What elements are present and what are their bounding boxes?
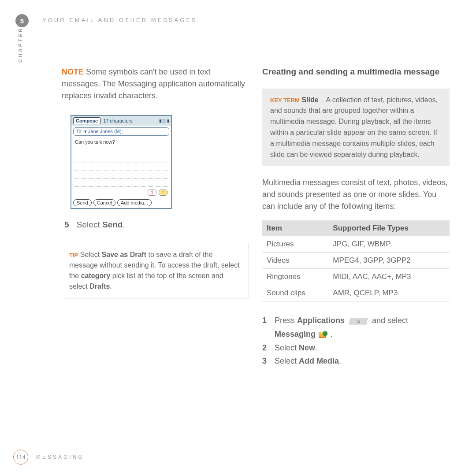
step-5-prefix: Select xyxy=(77,220,102,229)
intro-paragraph: Multimedia messages consist of text, pho… xyxy=(262,177,450,212)
emoji-icon: :) xyxy=(148,190,156,196)
step-1-t1: Press xyxy=(275,316,297,325)
tip-b2: category xyxy=(81,272,111,279)
step-5: 5 Select Send. xyxy=(64,220,249,230)
step-5-suffix: . xyxy=(123,220,125,229)
step-5-bold: Send xyxy=(102,220,123,229)
step-2-t1: Select xyxy=(275,343,299,352)
tip-label: TIP xyxy=(69,252,78,258)
step-2-suffix: . xyxy=(315,343,317,352)
tip-t4: . xyxy=(110,283,112,290)
page-footer: 114 MESSAGING xyxy=(13,444,463,465)
step-1-suffix: . xyxy=(328,330,333,338)
table-row: Pictures JPG, GIF, WBMP xyxy=(262,236,450,253)
ss-send-button: Send xyxy=(73,199,92,206)
keyterm-box: KEY TERM Slide A collection of text, pic… xyxy=(262,89,450,167)
cell-item: Pictures xyxy=(262,236,328,253)
note-label: NOTE xyxy=(62,67,84,76)
note-body: Some symbols can't be used in text messa… xyxy=(62,67,245,100)
step-2: 2 Select New. xyxy=(262,341,450,355)
step-5-number: 5 xyxy=(64,220,69,229)
ss-blank-line xyxy=(75,179,167,187)
messaging-icon xyxy=(319,331,327,338)
ss-addmedia-button: Add media... xyxy=(117,199,152,206)
section-heading: Creating and sending a multimedia messag… xyxy=(262,66,450,78)
left-column: NOTE Some symbols can't be used in text … xyxy=(62,66,249,368)
th-types: Supported File Types xyxy=(328,220,450,236)
ss-recipient: Jane Jones (M); xyxy=(88,129,123,134)
ss-body-text: Can you talk now? xyxy=(75,139,167,147)
step-2-number: 2 xyxy=(262,341,275,355)
dropdown-icon: ▾ xyxy=(84,129,87,134)
ss-blank-line xyxy=(75,171,167,179)
step-3-suffix: . xyxy=(339,357,341,365)
note-paragraph: NOTE Some symbols can't be used in text … xyxy=(62,66,249,102)
chapter-side-label: CHAPTER xyxy=(18,27,23,63)
step-3-t1: Select xyxy=(275,357,299,365)
cell-item: Videos xyxy=(262,253,328,269)
step-2-b1: New xyxy=(299,343,315,352)
keyterm-label: KEY TERM xyxy=(270,97,300,104)
keyterm-term: Slide xyxy=(301,96,318,104)
filetypes-table: Item Supported File Types Pictures JPG, … xyxy=(262,220,450,301)
tip-box: TIP Select Save as Draft to save a draft… xyxy=(62,243,249,298)
table-row: Videos MPEG4, 3GPP, 3GPP2 xyxy=(262,253,450,269)
chapter-title: YOUR EMAIL AND OTHER MESSAGES xyxy=(42,17,197,23)
page-number: 114 xyxy=(13,450,28,465)
ss-to-field: To: ▾ Jane Jones (M); xyxy=(73,127,169,136)
step-3: 3 Select Add Media. xyxy=(262,354,450,368)
applications-key-icon xyxy=(349,318,368,325)
cell-types: JPG, GIF, WBMP xyxy=(328,236,450,253)
table-row: Ringtones MIDI, AAC, AAC+, MP3 xyxy=(262,269,450,285)
tip-t1: Select xyxy=(80,251,102,258)
cell-item: Ringtones xyxy=(262,269,328,285)
step-3-number: 3 xyxy=(262,354,275,368)
ss-blank-line xyxy=(75,155,167,163)
right-column: Creating and sending a multimedia messag… xyxy=(262,66,450,368)
steps-list: 1 Press Applications and select Messagin… xyxy=(262,314,450,368)
ss-blank-line xyxy=(75,163,167,171)
th-item: Item xyxy=(262,220,328,236)
smiley-icon: ☺ xyxy=(159,190,167,196)
step-1-b2: Messaging xyxy=(275,330,316,338)
table-row: Sound clips AMR, QCELP, MP3 xyxy=(262,285,450,301)
footer-section: MESSAGING xyxy=(36,454,84,460)
cell-types: AMR, QCELP, MP3 xyxy=(328,285,450,301)
tip-b3: Drafts xyxy=(89,283,110,290)
keyterm-definition: A collection of text, pictures, videos, … xyxy=(270,96,438,158)
step-1-t2: and select xyxy=(372,316,408,325)
step-1-number: 1 xyxy=(262,314,275,341)
ss-to-label: To: xyxy=(76,129,83,134)
ss-compose-button: Compose xyxy=(73,117,100,124)
step-1-b1: Applications xyxy=(297,316,345,325)
step-1: 1 Press Applications and select Messagin… xyxy=(262,314,450,341)
tip-b1: Save as Draft xyxy=(102,251,146,258)
cell-item: Sound clips xyxy=(262,285,328,301)
cell-types: MIDI, AAC, AAC+, MP3 xyxy=(328,269,450,285)
ss-char-count: 17 characters xyxy=(103,118,133,123)
ss-blank-line xyxy=(75,147,167,155)
step-3-b1: Add Media xyxy=(299,357,339,365)
chapter-number-badge: 5 xyxy=(15,14,29,27)
ss-cancel-button: Cancel xyxy=(93,199,115,206)
compose-screenshot: Compose 17 characters ▮▯▯ ▮ To: ▾ Jane J… xyxy=(71,115,172,209)
cell-types: MPEG4, 3GPP, 3GPP2 xyxy=(328,253,450,269)
signal-icon: ▮▯▯ ▮ xyxy=(159,119,169,123)
